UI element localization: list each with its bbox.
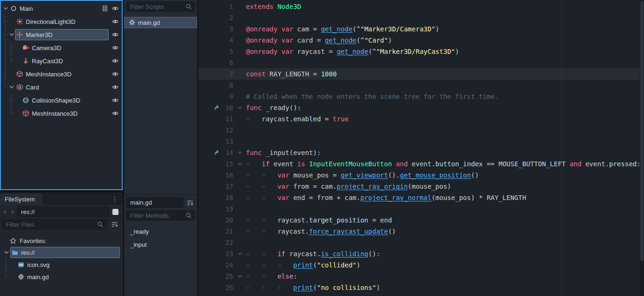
code-line[interactable]: 7const RAY_LENGTH = 1000 xyxy=(199,68,644,80)
collapse-chevron-icon[interactable] xyxy=(8,31,15,38)
code-line[interactable]: 10func _ready(): xyxy=(199,102,644,113)
line-number[interactable]: 19 xyxy=(222,203,233,215)
file-sort-button[interactable] xyxy=(110,219,120,229)
code-line[interactable]: 1extends Node3D xyxy=(199,1,644,12)
fold-chevron-icon[interactable] xyxy=(233,149,246,156)
line-number[interactable]: 10 xyxy=(222,102,233,113)
toggle-split-mode-button[interactable] xyxy=(112,209,118,215)
history-back-icon[interactable]: ‹ xyxy=(2,207,8,217)
scrollbar-thumb[interactable] xyxy=(640,1,644,261)
scene-node-content[interactable]: Marker3D xyxy=(15,29,109,40)
scene-node-card[interactable]: Card xyxy=(1,81,122,94)
line-number[interactable]: 4 xyxy=(222,35,233,46)
line-number[interactable]: 6 xyxy=(222,57,233,68)
scene-node-directionallight3d[interactable]: DirectionalLight3D xyxy=(1,15,122,28)
line-number[interactable]: 16 xyxy=(222,170,233,181)
visibility-eye-icon[interactable] xyxy=(111,96,119,104)
code-line[interactable]: 13 xyxy=(199,136,644,147)
code-line[interactable]: 21»»raycast.force_raycast_update() xyxy=(199,226,644,237)
line-number[interactable]: 18 xyxy=(222,192,233,203)
line-number[interactable]: 23 xyxy=(222,248,233,259)
filter-methods-input[interactable]: Filter Methods xyxy=(126,210,195,221)
fs-entry-content[interactable]: icon.svg xyxy=(16,259,120,270)
code-line[interactable]: 25»»else: xyxy=(199,271,644,282)
scene-node-camera3d[interactable]: Camera3D xyxy=(1,41,122,54)
fold-chevron-icon[interactable] xyxy=(233,251,246,257)
code-line[interactable]: 19 xyxy=(199,203,644,215)
code-line[interactable]: 6 xyxy=(199,57,644,68)
code-line[interactable]: 22 xyxy=(199,237,644,248)
code-line[interactable]: 4@onready var card = get_node(^"Card") xyxy=(199,35,644,46)
line-number[interactable]: 14 xyxy=(222,147,233,158)
collapse-chevron-icon[interactable] xyxy=(8,84,15,90)
code-line[interactable]: 15»if event is InputEventMouseButton and… xyxy=(199,158,644,170)
code-line[interactable]: 8 xyxy=(199,80,644,91)
visibility-eye-icon[interactable] xyxy=(111,18,119,25)
scene-node-marker3d[interactable]: Marker3D xyxy=(1,28,122,41)
line-number[interactable]: 7 xyxy=(222,68,233,80)
collapse-chevron-icon[interactable] xyxy=(2,5,9,12)
collapse-chevron-icon[interactable] xyxy=(3,249,10,256)
code-line[interactable]: 5@onready var raycast = get_node(^"Marke… xyxy=(199,46,644,57)
line-number[interactable]: 2 xyxy=(222,12,233,23)
scene-node-content[interactable]: Card xyxy=(15,81,109,93)
line-number[interactable]: 8 xyxy=(222,80,233,91)
code-line[interactable]: 2 xyxy=(199,12,644,23)
scene-node-main[interactable]: Main xyxy=(1,2,122,15)
code-line[interactable]: 26»»»print("no collisions") xyxy=(199,282,644,293)
scene-node-content[interactable]: MeshInstance3D xyxy=(21,108,109,119)
fs-entry-content[interactable]: res:// xyxy=(10,247,120,258)
visibility-eye-icon[interactable] xyxy=(111,31,119,38)
code-line[interactable]: 16»»var mouse_pos = get_viewport().get_m… xyxy=(199,170,644,181)
code-line[interactable]: 24»»»print("collided") xyxy=(199,259,644,271)
code-line[interactable]: 14func _input(event): xyxy=(199,147,644,158)
fs-entry-content[interactable]: main.gd xyxy=(16,271,120,282)
method-item[interactable]: _ready xyxy=(126,225,195,238)
line-number[interactable]: 20 xyxy=(222,215,233,226)
line-number[interactable]: 24 xyxy=(222,259,233,271)
line-number[interactable]: 3 xyxy=(222,23,233,35)
code-line[interactable]: 23»»if raycast.is_colliding(): xyxy=(199,248,644,259)
scene-node-content[interactable]: CollisionShape3D xyxy=(21,95,109,106)
resource-path-field[interactable]: res:// xyxy=(17,207,109,217)
method-item[interactable]: _input xyxy=(126,238,195,251)
history-forward-icon[interactable]: › xyxy=(9,207,15,217)
code-line[interactable]: 18»»var end = from + cam.project_ray_nor… xyxy=(199,192,644,203)
line-number[interactable]: 9 xyxy=(222,91,233,102)
line-number[interactable]: 25 xyxy=(222,271,233,282)
code-line[interactable]: 3@onready var cam = get_node(^"Marker3D/… xyxy=(199,23,644,35)
line-number[interactable]: 13 xyxy=(222,136,233,147)
dock-menu-icon[interactable]: ⋮ xyxy=(111,193,119,205)
line-number[interactable]: 21 xyxy=(222,226,233,237)
visibility-eye-icon[interactable] xyxy=(111,44,119,52)
function-gutter-arrow-icon[interactable] xyxy=(199,149,222,156)
line-number[interactable]: 5 xyxy=(222,46,233,57)
code-line[interactable]: 20»»raycast.target_position = end xyxy=(199,215,644,226)
line-number[interactable]: 12 xyxy=(222,125,233,136)
visibility-eye-icon[interactable] xyxy=(111,83,119,91)
line-number[interactable]: 1 xyxy=(222,1,233,12)
script-list-item[interactable]: main.gd xyxy=(124,17,197,28)
code-editor[interactable]: 1extends Node3D23@onready var cam = get_… xyxy=(199,0,644,296)
fold-chevron-icon[interactable] xyxy=(233,273,246,280)
visibility-eye-icon[interactable] xyxy=(111,110,119,117)
scene-node-collisionshape3d[interactable]: CollisionShape3D xyxy=(1,94,122,107)
method-sort-button[interactable] xyxy=(185,198,195,208)
fs-entry-icon.svg[interactable]: icon.svg xyxy=(0,259,123,271)
scene-node-content[interactable]: DirectionalLight3D xyxy=(15,16,109,27)
code-line[interactable]: 11»raycast.enabled = true xyxy=(199,113,644,125)
visibility-eye-icon[interactable] xyxy=(111,57,119,65)
code-line[interactable]: 12 xyxy=(199,125,644,136)
scene-node-meshinstance3d[interactable]: MeshInstance3D xyxy=(1,107,122,120)
line-number[interactable]: 26 xyxy=(222,282,233,293)
visibility-eye-icon[interactable] xyxy=(111,70,119,78)
line-number[interactable]: 17 xyxy=(222,181,233,192)
visibility-eye-icon[interactable] xyxy=(111,5,119,12)
code-line[interactable]: 9# Called when the node enters the scene… xyxy=(199,91,644,102)
fs-entry-res-[interactable]: res:// xyxy=(0,246,123,259)
scene-node-content[interactable]: Main xyxy=(9,3,98,14)
line-number[interactable]: 22 xyxy=(222,237,233,248)
scene-node-content[interactable]: MeshInstance3D xyxy=(15,68,109,80)
scene-node-content[interactable]: Camera3D xyxy=(21,42,109,53)
editor-scrollbar[interactable] xyxy=(640,0,644,296)
